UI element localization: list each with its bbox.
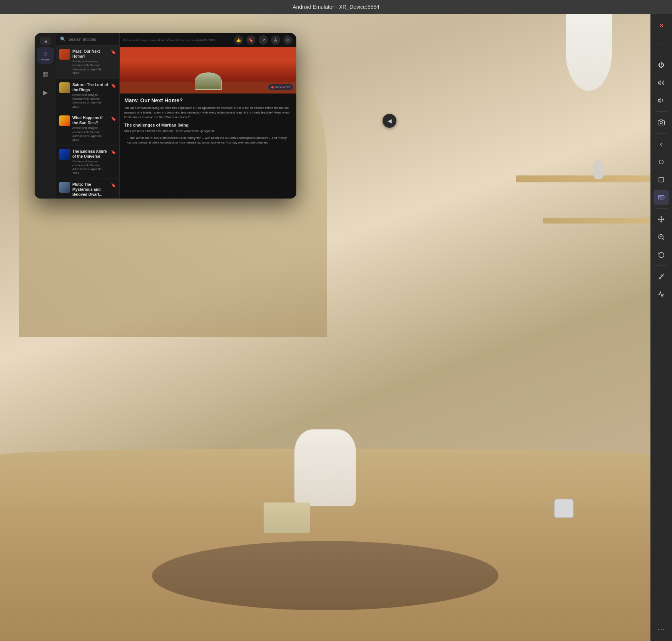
article-meta: Article and images created with Gemini A… <box>72 60 109 76</box>
vr-background: ◀ ◀ ⌂ Home ▦ ▶ <box>0 14 650 641</box>
toolbar-divider <box>655 208 667 209</box>
room-table <box>152 541 498 610</box>
home-nav-label: Home <box>41 58 49 61</box>
view-3d-label: View in 3D <box>275 85 290 89</box>
chair-center <box>294 429 356 506</box>
android-app-panel: ◀ ⌂ Home ▦ ▶ 🔍 ⋮ <box>35 33 296 199</box>
app-nav: ◀ ⌂ Home ▦ ▶ <box>35 33 56 199</box>
list-item[interactable]: Mars: Our Next Home? Article and images … <box>56 46 119 79</box>
collapse-view-button[interactable] <box>654 269 669 284</box>
nav-collapse-button[interactable]: ◀ <box>40 37 51 45</box>
bookmark-icon[interactable]: 🔖 <box>111 150 116 155</box>
move-button[interactable] <box>654 212 669 227</box>
article-thumbnail <box>59 82 70 93</box>
article-meta: Article and images created with Gemini A… <box>72 160 109 176</box>
settings-toolbar-button[interactable]: ⚙ <box>283 35 293 45</box>
article-title: The Endless Allure of the Universe <box>72 149 109 159</box>
article-meta: Article and images created with Gemini A… <box>72 126 109 142</box>
section-1-text: Mars presents a harsh environment. Here'… <box>124 129 292 134</box>
article-info: Mars: Our Next Home? Article and images … <box>72 49 109 76</box>
article-thumbnail <box>59 149 70 160</box>
bookmark-icon[interactable]: 🔖 <box>111 50 116 55</box>
article-thumbnail <box>59 115 70 126</box>
camera-button[interactable] <box>654 115 669 130</box>
bookmark-icon[interactable]: 🔖 <box>111 116 116 121</box>
title-bar: Android Emulator - XR_Device:5554 <box>0 0 672 14</box>
article-credit: Article and images created with Gemini A… <box>124 38 231 42</box>
svg-marker-1 <box>659 98 661 103</box>
view-3d-button[interactable]: View in 3D <box>268 84 293 90</box>
article-hero-image: View in 3D <box>120 47 296 93</box>
article-thumbnail <box>59 49 70 60</box>
play-nav-icon: ▶ <box>43 89 48 96</box>
svg-point-3 <box>659 160 664 164</box>
home-nav-button[interactable] <box>654 154 669 170</box>
article-info: The Endless Allure of the Universe Artic… <box>72 149 109 176</box>
bookmark-toolbar-button[interactable]: 🔖 <box>246 35 256 45</box>
share-button[interactable]: ↗ <box>259 35 268 45</box>
room-shelf-top <box>516 175 650 182</box>
bullet-1-text: • Thin atmosphere: Mars' atmosphere is i… <box>124 136 292 145</box>
volume-up-button[interactable] <box>654 75 669 90</box>
view-3d-dot-icon <box>271 86 274 88</box>
search-bar: 🔍 ⋮ <box>56 33 119 46</box>
section-1-title: The challenges of Martian living <box>124 123 292 127</box>
ceiling-lamp <box>566 14 612 91</box>
text-size-button[interactable]: A <box>271 35 280 45</box>
rotate-button[interactable] <box>654 247 669 262</box>
volume-down-button[interactable] <box>654 93 669 108</box>
article-toolbar: Article and images created with Gemini A… <box>120 33 296 47</box>
like-button[interactable]: 👍 <box>234 35 243 45</box>
close-button[interactable]: ✕ <box>654 18 669 33</box>
home-nav-icon: ⌂ <box>43 50 47 57</box>
search-icon: 🔍 <box>60 37 66 42</box>
chair-legs <box>264 502 310 533</box>
right-toolbar: ✕ − ⏻ <box>650 14 672 641</box>
article-body: Mars: Our Next Home? The idea of humans … <box>120 93 296 199</box>
article-title: What Happens if the Sun Dies? <box>72 115 109 125</box>
list-item[interactable]: Pluto: The Mysterious and Beloved Dwarf.… <box>56 179 119 199</box>
article-info: Saturn: The Lord of the Rings Article an… <box>72 82 109 109</box>
minimize-button[interactable]: − <box>654 35 669 51</box>
svg-line-14 <box>662 238 664 239</box>
nav-item-grid[interactable]: ▦ <box>37 65 54 82</box>
bookmark-icon[interactable]: 🔖 <box>111 83 116 88</box>
nav-item-home[interactable]: ⌂ Home <box>37 47 54 64</box>
power-button[interactable]: ⏻ <box>654 57 669 73</box>
svg-rect-4 <box>659 177 664 182</box>
signal-button[interactable] <box>654 287 669 302</box>
toolbar-divider <box>655 111 667 112</box>
article-title: Saturn: The Lord of the Rings <box>72 82 109 92</box>
article-list-panel: 🔍 ⋮ Mars: Our Next Home? Article and ima… <box>56 33 120 199</box>
toolbar-divider <box>655 133 667 134</box>
more-options-button[interactable]: ⋯ <box>654 622 669 637</box>
search-input[interactable] <box>68 37 121 42</box>
vr-back-button[interactable]: ◀ <box>383 114 396 128</box>
list-item[interactable]: What Happens if the Sun Dies? Article an… <box>56 112 119 146</box>
article-thumbnail <box>59 182 70 193</box>
article-content-panel: Article and images created with Gemini A… <box>120 33 296 199</box>
overview-button[interactable] <box>654 172 669 187</box>
bookmark-icon[interactable]: 🔖 <box>111 183 116 188</box>
grid-nav-icon: ▦ <box>43 70 48 78</box>
article-title: Mars: Our Next Home? <box>72 49 109 59</box>
svg-rect-5 <box>659 196 664 199</box>
main-area: ◀ ◀ ⌂ Home ▦ ▶ <box>0 14 672 641</box>
room-shelf-mid <box>543 218 650 224</box>
mars-dome <box>195 72 222 90</box>
svg-marker-0 <box>659 81 661 85</box>
title-bar-text: Android Emulator - XR_Device:5554 <box>293 4 379 10</box>
list-item[interactable]: Saturn: The Lord of the Rings Article an… <box>56 79 119 113</box>
list-item[interactable]: The Endless Allure of the Universe Artic… <box>56 146 119 179</box>
article-meta: Article and images created with Gemini A… <box>72 93 109 109</box>
zoom-button[interactable] <box>654 229 669 245</box>
article-meta: Article and images created with Gemini A… <box>72 198 109 199</box>
nav-item-play[interactable]: ▶ <box>37 84 54 101</box>
mug <box>554 499 573 518</box>
keyboard-button[interactable] <box>654 190 669 205</box>
vase <box>593 160 604 179</box>
back-button[interactable] <box>654 137 669 152</box>
article-intro-text: The idea of humans living on Mars has ca… <box>124 106 292 120</box>
article-info: What Happens if the Sun Dies? Article an… <box>72 115 109 142</box>
article-main-title: Mars: Our Next Home? <box>124 97 292 103</box>
